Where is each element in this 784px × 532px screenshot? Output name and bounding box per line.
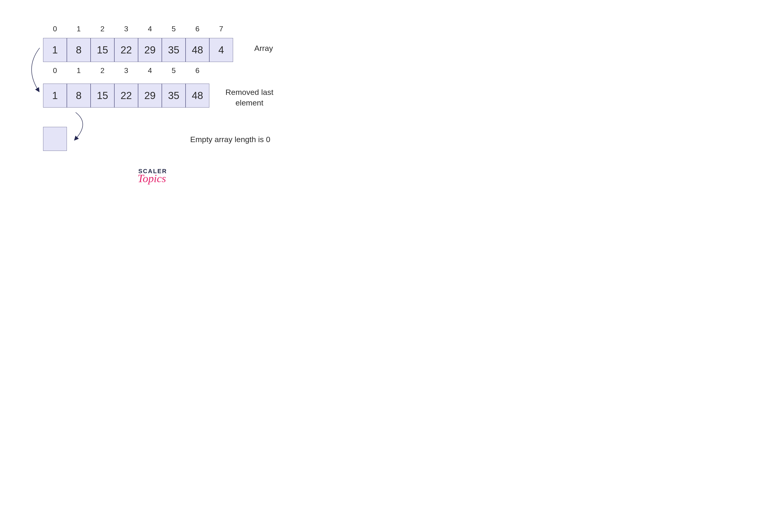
scaler-topics-logo: SCALER Topics xyxy=(138,168,167,185)
index-label: 1 xyxy=(67,25,91,33)
array-cell: 8 xyxy=(67,84,91,108)
array-1-label: Array xyxy=(254,43,273,54)
array-cell: 22 xyxy=(114,38,138,62)
index-label: 6 xyxy=(186,66,209,75)
index-label: 0 xyxy=(43,25,67,33)
index-label: 0 xyxy=(43,66,67,75)
index-label: 1 xyxy=(67,66,91,75)
index-label: 3 xyxy=(114,25,138,33)
index-label: 4 xyxy=(138,25,162,33)
array-cell: 35 xyxy=(162,38,186,62)
index-label: 4 xyxy=(138,66,162,75)
index-label: 3 xyxy=(114,66,138,75)
array-cell: 22 xyxy=(114,84,138,108)
logo-topics-text: Topics xyxy=(137,172,167,185)
array-cell: 1 xyxy=(43,38,67,62)
array-1-cells: 1 8 15 22 29 35 48 4 xyxy=(43,38,233,62)
arrow-2 xyxy=(72,111,92,143)
index-label: 7 xyxy=(209,25,233,33)
arrow-1 xyxy=(23,46,46,94)
array-cell: 8 xyxy=(67,38,91,62)
array-cell: 48 xyxy=(186,84,209,108)
index-label: 6 xyxy=(186,25,209,33)
array-cell: 4 xyxy=(209,38,233,62)
array-cell: 29 xyxy=(138,84,162,108)
array-2-indices: 0 1 2 3 4 5 6 xyxy=(43,66,209,75)
array-2-cells: 1 8 15 22 29 35 48 xyxy=(43,84,209,108)
index-label: 2 xyxy=(91,25,114,33)
array-1-indices: 0 1 2 3 4 5 6 7 xyxy=(43,25,233,33)
array-cell: 48 xyxy=(186,38,209,62)
array-diagram: 0 1 2 3 4 5 6 7 1 8 15 22 29 35 48 4 Arr… xyxy=(0,0,304,206)
array-2-label: Removed last element xyxy=(225,87,273,108)
array-cell: 1 xyxy=(43,84,67,108)
array-cell: 15 xyxy=(91,38,114,62)
index-label: 2 xyxy=(91,66,114,75)
array-cell: 35 xyxy=(162,84,186,108)
index-label: 5 xyxy=(162,25,186,33)
array-cell: 15 xyxy=(91,84,114,108)
array-cell: 29 xyxy=(138,38,162,62)
array-empty-cells xyxy=(43,127,67,151)
array-cell-empty xyxy=(43,127,67,151)
array-empty-label: Empty array length is 0 xyxy=(190,134,271,145)
index-label: 5 xyxy=(162,66,186,75)
